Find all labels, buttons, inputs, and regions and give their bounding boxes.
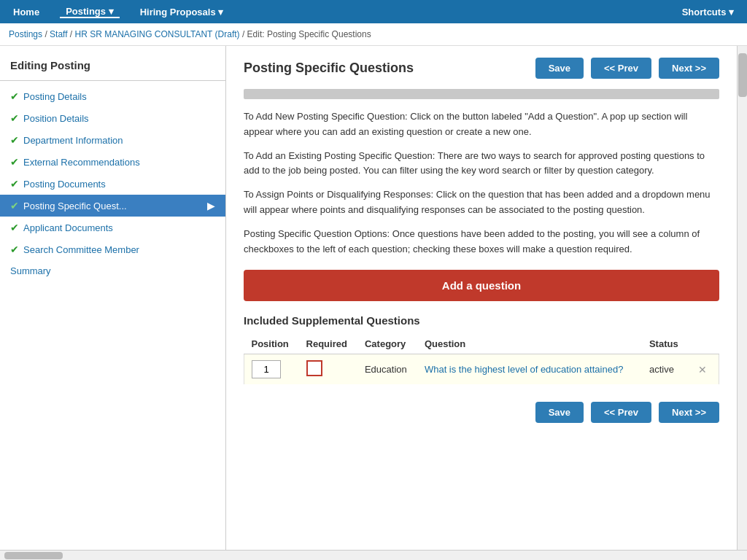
sidebar-item-applicant-documents[interactable]: ✔ Applicant Documents bbox=[0, 217, 225, 238]
nav-hiring-proposals[interactable]: Hiring Proposals ▾ bbox=[134, 7, 230, 18]
check-icon: ✔ bbox=[10, 90, 19, 102]
sidebar-item-external-recommendations[interactable]: ✔ External Recommendations bbox=[0, 151, 225, 173]
col-required: Required bbox=[299, 334, 357, 354]
check-icon: ✔ bbox=[10, 112, 19, 124]
next-button-top[interactable]: Next >> bbox=[659, 58, 719, 79]
check-icon: ✔ bbox=[10, 134, 19, 146]
nav-home[interactable]: Home bbox=[7, 7, 45, 18]
info-paragraph-4: Posting Specific Question Options: Once … bbox=[244, 227, 719, 257]
divider-bar bbox=[244, 89, 719, 99]
add-question-button[interactable]: Add a question bbox=[244, 270, 719, 301]
col-question: Question bbox=[417, 334, 642, 354]
breadcrumb-current: Edit: Posting Specific Questions bbox=[247, 29, 371, 39]
save-button-bottom[interactable]: Save bbox=[535, 402, 584, 423]
table-row: EducationWhat is the highest level of ed… bbox=[244, 354, 719, 385]
delete-question-button[interactable]: ✕ bbox=[695, 362, 710, 377]
col-status: Status bbox=[642, 334, 688, 354]
cell-status: active bbox=[642, 354, 688, 385]
sidebar-item-position-details[interactable]: ✔ Position Details bbox=[0, 107, 225, 129]
chevron-right-icon: ▶ bbox=[207, 200, 215, 211]
table-header-row: Position Required Category Question Stat… bbox=[244, 334, 719, 354]
col-category: Category bbox=[357, 334, 417, 354]
section-header: Posting Specific Questions Save << Prev … bbox=[244, 58, 719, 79]
breadcrumb-postings[interactable]: Postings bbox=[9, 29, 42, 39]
cell-question: What is the highest level of education a… bbox=[417, 354, 642, 385]
page-wrapper: Home Postings ▾ Hiring Proposals ▾ Short… bbox=[0, 0, 747, 560]
sidebar-item-posting-documents[interactable]: ✔ Posting Documents bbox=[0, 173, 225, 195]
info-paragraph-3: To Assign Points or Disqualifying Respon… bbox=[244, 187, 719, 218]
sidebar-item-posting-details[interactable]: ✔ Posting Details bbox=[0, 85, 225, 107]
check-icon: ✔ bbox=[10, 200, 19, 211]
question-link[interactable]: What is the highest level of education a… bbox=[425, 364, 623, 375]
info-paragraph-1: To Add New Posting Specific Question: Cl… bbox=[244, 109, 719, 140]
inner-layout: Editing Posting ✔ Posting Details ✔ Posi… bbox=[0, 46, 747, 550]
prev-button-top[interactable]: << Prev bbox=[591, 58, 651, 79]
sidebar-title: Editing Posting bbox=[0, 53, 225, 81]
scrollbar[interactable] bbox=[737, 46, 747, 550]
horizontal-scrollbar-thumb[interactable] bbox=[4, 552, 63, 559]
col-delete bbox=[688, 334, 719, 354]
top-navigation: Home Postings ▾ Hiring Proposals ▾ Short… bbox=[0, 0, 747, 23]
supplemental-questions-title: Included Supplemental Questions bbox=[244, 314, 719, 327]
breadcrumb: Postings / Staff / HR SR MANAGING CONSUL… bbox=[0, 23, 747, 46]
col-position: Position bbox=[244, 334, 299, 354]
check-icon: ✔ bbox=[10, 156, 19, 168]
check-icon: ✔ bbox=[10, 222, 19, 233]
next-button-bottom[interactable]: Next >> bbox=[659, 402, 719, 423]
check-icon: ✔ bbox=[10, 178, 19, 190]
sidebar-item-summary[interactable]: Summary bbox=[0, 260, 225, 281]
main-content: Posting Specific Questions Save << Prev … bbox=[226, 46, 737, 550]
position-input[interactable] bbox=[252, 360, 281, 378]
cell-delete: ✕ bbox=[688, 354, 719, 385]
scrollbar-thumb[interactable] bbox=[738, 53, 747, 97]
questions-table: Position Required Category Question Stat… bbox=[244, 334, 719, 384]
sidebar: Editing Posting ✔ Posting Details ✔ Posi… bbox=[0, 46, 226, 550]
info-paragraph-2: To Add an Existing Posting Specific Ques… bbox=[244, 149, 719, 179]
nav-postings[interactable]: Postings ▾ bbox=[60, 6, 120, 18]
nav-shortcuts[interactable]: Shortcuts ▾ bbox=[676, 7, 740, 18]
breadcrumb-posting-name[interactable]: HR SR MANAGING CONSULTANT (Draft) bbox=[75, 29, 240, 39]
prev-button-bottom[interactable]: << Prev bbox=[591, 402, 651, 423]
breadcrumb-staff[interactable]: Staff bbox=[50, 29, 67, 39]
cell-required bbox=[299, 354, 357, 385]
sidebar-item-search-committee[interactable]: ✔ Search Committee Member bbox=[0, 238, 225, 260]
required-checkbox[interactable] bbox=[306, 360, 322, 376]
cell-position bbox=[244, 354, 299, 385]
sidebar-item-posting-specific-questions[interactable]: ✔ Posting Specific Quest... ▶ bbox=[0, 195, 225, 217]
save-button-top[interactable]: Save bbox=[535, 58, 584, 79]
sidebar-item-department-information[interactable]: ✔ Department Information bbox=[0, 129, 225, 151]
page-title: Posting Specific Questions bbox=[244, 61, 528, 76]
check-icon: ✔ bbox=[10, 244, 19, 255]
bottom-buttons: Save << Prev Next >> bbox=[244, 402, 719, 423]
cell-category: Education bbox=[357, 354, 417, 385]
horizontal-scrollbar[interactable] bbox=[0, 550, 747, 560]
